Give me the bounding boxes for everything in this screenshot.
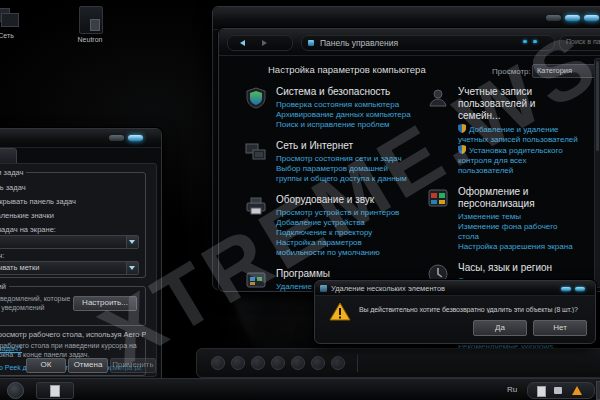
category-title[interactable]: Часы, язык и регион [458,262,578,274]
no-button[interactable]: Нет [533,320,587,336]
checkbox-row: Использовать маленькие значки [0,209,139,221]
dialog-icon [320,285,327,292]
tray-warning-icon[interactable] [572,386,582,395]
neutron-desktop-icon[interactable] [79,6,103,34]
control-panel-icon [308,40,314,46]
category-link[interactable]: Добавление и удаление учетных записей по… [458,124,578,145]
titlebar-accent-dot [533,40,537,43]
dock-icon[interactable] [231,356,245,370]
dock-icon[interactable] [331,356,345,370]
network-desktop-icon[interactable] [0,8,18,28]
dialog-body: Оформление панели задач Закрепить панель… [0,163,157,377]
scrollbar-thumb[interactable] [596,61,599,151]
shield-icon[interactable] [244,86,268,110]
start-button[interactable] [7,382,24,399]
yes-button[interactable]: Да [473,320,527,336]
ok-button[interactable]: ОК [26,358,66,373]
category-title[interactable]: Программы [276,268,356,280]
dialog-message: Вы действительно хотите безвозвратно уда… [359,306,591,313]
position-dropdown[interactable]: Снизу [0,235,139,249]
view-label: Просмотр: [492,67,531,76]
printer-icon[interactable] [244,194,268,218]
apply-button[interactable]: Применить [110,358,156,373]
view-dropdown[interactable]: Категория [532,64,600,78]
category-link[interactable]: Изменение фона рабочего стола [458,222,578,242]
system-tray [527,382,595,399]
personalization-icon[interactable] [426,186,450,210]
customize-button[interactable]: Настроить... [73,296,137,311]
category-link[interactable]: Архивирование данных компьютера [276,110,411,120]
show-desktop-button[interactable] [596,381,600,400]
desktop-icon-label[interactable]: Сеть [0,32,26,39]
category-title[interactable]: Оформление и персонализация [458,186,578,210]
category-link[interactable]: Установка родительского контроля для все… [458,145,578,176]
minimize-icon[interactable] [109,135,124,141]
desktop-icon-label[interactable]: Neutron [64,36,116,43]
category-title[interactable]: Сеть и Интернет [276,140,412,152]
category-body: Оборудование и звукПросмотр устройств и … [276,194,412,258]
checkbox-list: Закрепить панель задачАвтоматически скры… [0,181,139,221]
checkbox-row: Закрепить панель задач [0,181,139,193]
category-link[interactable]: Настройка разрешения экрана [458,242,578,252]
dock-icon[interactable] [291,356,305,370]
category-title[interactable]: Система и безопасность [276,86,411,98]
category-link[interactable]: Просмотр состояния сети и задач [276,154,412,164]
group-label: Оформление панели задач [0,168,26,177]
breadcrumb[interactable]: Панель управления [320,38,398,48]
control-panel-client: Настройка параметров компьютера Просмотр… [220,56,600,290]
dock-icon-row [211,356,345,370]
category-link[interactable]: Добавление устройства [276,218,412,228]
maximize-icon[interactable] [565,15,580,21]
scrollbar[interactable] [594,58,600,288]
taskbar-app-button[interactable] [36,382,74,399]
close-icon[interactable] [128,135,143,141]
dropdown-arrow-segment [126,262,138,274]
category-right-0: Учетные записи пользователей и семейн...… [426,86,578,176]
appearance-group: Оформление панели задач Закрепить панель… [0,172,146,278]
checkbox-label: Закрепить панель задач [0,183,26,192]
cancel-button[interactable]: Отмена [68,358,108,373]
dock-icon[interactable] [211,356,225,370]
close-icon[interactable] [575,287,585,291]
users-icon[interactable] [426,86,450,110]
category-link[interactable]: Просмотр устройств и принтеров [276,208,412,218]
category-title[interactable]: Оборудование и звук [276,194,412,206]
category-link[interactable]: Настройка параметров мобильности по умол… [276,238,412,258]
category-link[interactable]: Подключение к проектору [276,228,412,238]
background-window-titlebar [213,7,600,30]
forward-icon[interactable] [262,40,267,46]
tray-flag-icon[interactable] [554,387,562,394]
minimize-icon[interactable] [546,15,561,21]
search-box [559,35,600,51]
page-title: Настройка параметров компьютера [268,64,426,75]
category-link[interactable]: Выбор параметров домашней группы и общег… [276,164,412,184]
category-left-1: Сеть и ИнтернетПросмотр состояния сети и… [244,140,412,184]
dropdown-arrow-segment [126,236,138,248]
category-link[interactable]: Поиск и исправление проблем [276,120,411,130]
buttons-value: Группировать, скрывать метки [0,263,39,272]
group-label: Область уведомлений [0,282,9,291]
taskbar: Ru [0,378,600,400]
category-left-0: Система и безопасностьПроверка состояния… [244,86,412,130]
programs-icon[interactable] [244,268,268,292]
help-link[interactable]: Как настроить панель задач? [0,344,22,353]
address-bar[interactable]: Панель управления [301,35,555,51]
back-icon[interactable] [240,40,245,46]
dock-icon[interactable] [251,356,265,370]
minimize-icon[interactable] [561,287,571,291]
tab-taskbar[interactable]: Панель задач [0,148,17,164]
category-title[interactable]: Учетные записи пользователей и семейн... [458,86,578,122]
dock-icon[interactable] [311,356,325,370]
search-input[interactable] [564,37,600,46]
dock-icon[interactable] [271,356,285,370]
category-left-2: Оборудование и звукПросмотр устройств и … [244,194,412,258]
network-icon[interactable] [244,140,268,164]
close-icon[interactable] [584,15,599,21]
category-column-right: Учетные записи пользователей и семейн...… [426,86,578,392]
tray-document-icon[interactable] [537,386,546,397]
language-indicator[interactable]: Ru [507,385,517,394]
buttons-dropdown[interactable]: Группировать, скрывать метки [0,261,139,275]
category-link[interactable]: Изменение темы [458,212,578,222]
group-label: Предварительный просмотр рабочего стола,… [0,330,146,339]
category-link[interactable]: Проверка состояния компьютера [276,100,411,110]
